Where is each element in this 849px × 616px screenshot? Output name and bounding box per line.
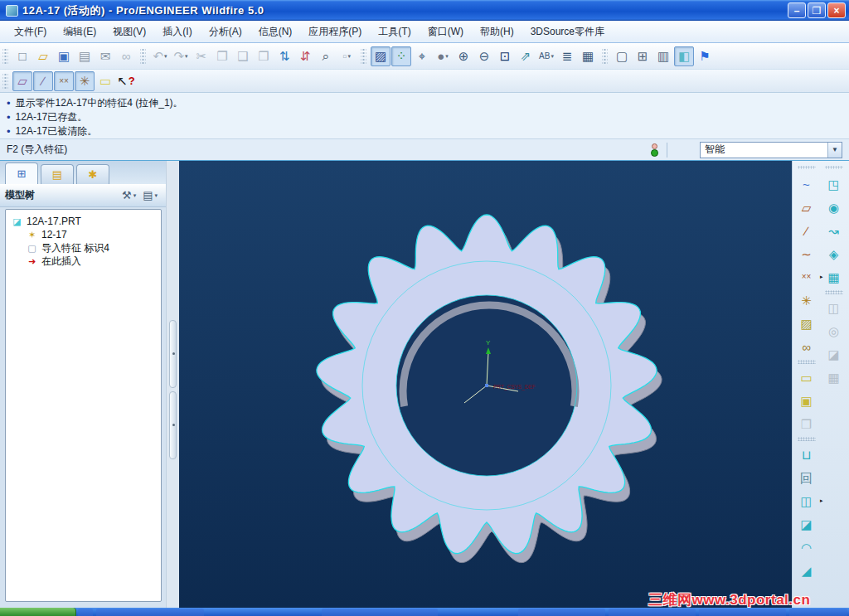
paste-button[interactable]: ❑ — [233, 46, 253, 66]
shaded-button[interactable]: ◧ — [674, 46, 694, 66]
orient-mode-button[interactable]: ⚑ — [695, 46, 715, 66]
toolbar-grip[interactable] — [2, 47, 8, 65]
tree-display-button[interactable]: ▤▾ — [139, 187, 161, 203]
select-box-button[interactable]: ▫▾ — [337, 46, 357, 66]
menu-edit[interactable]: 编辑(E) — [56, 22, 104, 42]
revolve-tool[interactable]: ◉ — [824, 197, 844, 217]
menu-info[interactable]: 信息(N) — [251, 22, 300, 42]
taskbar-button[interactable] — [699, 609, 786, 616]
sweep-tool[interactable]: ↝ — [824, 221, 844, 240]
selection-prefs-button[interactable]: ▨ — [371, 46, 391, 66]
boundary-blend-tool[interactable]: ▦ — [824, 267, 844, 287]
title-bar[interactable]: 12A-17 (活动的) - Pro/ENGINEER Wildfire 5.0… — [0, 0, 849, 21]
print-button[interactable]: ▤ — [75, 46, 95, 66]
tree-item-part[interactable]: ◪12A-17.PRT — [9, 215, 159, 228]
close-button[interactable]: × — [827, 2, 846, 18]
toolbar-grip[interactable] — [361, 47, 366, 65]
menu-window[interactable]: 窗口(W) — [420, 22, 471, 42]
minimize-button[interactable]: – — [788, 2, 806, 18]
sash-handle-upper[interactable] — [169, 320, 177, 388]
tree-tools-button[interactable]: ⚒▾ — [119, 187, 139, 203]
ref-annotation-tool[interactable]: ❒ — [797, 414, 817, 434]
datum-curve-tool[interactable]: ∼ — [797, 244, 817, 264]
tree-item-curve[interactable]: ✶12-17 — [9, 228, 159, 241]
tree-item-import-feature[interactable]: ▢导入特征 标识4 — [9, 241, 159, 255]
link-button[interactable]: ∞ — [116, 46, 136, 66]
chamfer-tool[interactable]: ◢ — [797, 560, 817, 580]
mail-button[interactable]: ✉ — [95, 46, 115, 66]
regenerate-manager-button[interactable]: ⇵ — [295, 46, 315, 66]
navigator-sash[interactable] — [166, 161, 179, 608]
redo-button[interactable]: ↷▾ — [171, 46, 191, 66]
wireframe-button[interactable]: ▢ — [612, 46, 632, 66]
zoom-out-button[interactable]: ⊖ — [474, 46, 494, 66]
menu-insert[interactable]: 插入(I) — [155, 22, 199, 42]
extrude-tool[interactable]: ◳ — [824, 174, 844, 194]
refit-button[interactable]: ⊡ — [495, 46, 515, 66]
csys-tool[interactable]: ✳ — [797, 290, 817, 310]
menu-tools[interactable]: 工具(T) — [371, 22, 418, 42]
3d-viewport[interactable]: YPRT_CSYS_DEF — [179, 161, 792, 608]
pattern-tool[interactable]: ▦ — [824, 367, 844, 387]
datum-plane-display-button[interactable]: ▱ — [12, 71, 32, 91]
context-help-button[interactable]: ↖? — [116, 71, 136, 91]
no-hidden-button[interactable]: ▥ — [653, 46, 673, 66]
taskbar-button[interactable] — [322, 609, 438, 616]
round-tool[interactable]: ◠ — [797, 537, 817, 557]
datum-axis-display-button[interactable]: ∕ — [33, 71, 53, 91]
drag-handles-button[interactable]: ⁘ — [391, 46, 411, 66]
annotation-display-button[interactable]: ▭ — [95, 71, 115, 91]
field-point-tool[interactable]: ▨ — [797, 313, 817, 333]
new-file-button[interactable]: □ — [12, 46, 32, 66]
toolbar-grip[interactable] — [140, 47, 146, 65]
paste-special-button[interactable]: ❒ — [254, 46, 274, 66]
chevron-down-icon[interactable]: ▼ — [827, 143, 842, 158]
find-button[interactable]: ⌕ — [316, 46, 336, 66]
point-display-button[interactable]: ×× — [54, 71, 74, 91]
taskbar-icon[interactable] — [78, 609, 93, 616]
datum-plane-tool[interactable]: ▱ — [797, 197, 817, 217]
merge-tool[interactable]: ◎ — [824, 321, 844, 341]
section-tool[interactable]: ◫▸ — [797, 491, 817, 511]
trim-tool[interactable]: ◪ — [824, 344, 844, 364]
tab-folder-browser[interactable]: ▤ — [41, 164, 74, 184]
spin-center-button[interactable]: ⌖ — [412, 46, 432, 66]
zoom-in-button[interactable]: ⊕ — [454, 46, 473, 66]
hole-tool[interactable]: ⊔ — [797, 444, 817, 464]
selection-filter-combo[interactable]: 智能 ▼ — [700, 142, 842, 158]
datum-point-tool[interactable]: ××▸ — [797, 267, 817, 287]
csys-display-button[interactable]: ✳ — [75, 71, 95, 91]
undo-button[interactable]: ↶▾ — [150, 46, 170, 66]
reorient-button[interactable]: ⇗ — [516, 46, 536, 66]
tab-model-tree[interactable]: ⊞ — [5, 162, 38, 184]
hidden-line-button[interactable]: ⊞ — [633, 46, 653, 66]
menu-file[interactable]: 文件(F) — [7, 22, 54, 42]
open-button[interactable]: ▱ — [33, 46, 53, 66]
menu-analysis[interactable]: 分析(A) — [201, 22, 250, 42]
taskbar-button[interactable] — [609, 609, 696, 616]
layers-button[interactable]: ≣ — [557, 46, 577, 66]
save-button[interactable]: ▣ — [54, 46, 74, 66]
note-tool[interactable]: ▭ — [797, 367, 817, 387]
tab-favorites[interactable]: ✱ — [76, 164, 109, 184]
cut-button[interactable]: ✂ — [192, 46, 211, 66]
copy-button[interactable]: ❐ — [212, 46, 232, 66]
toolbar-grip[interactable] — [602, 47, 608, 65]
draft-tool[interactable]: ◪ — [797, 514, 817, 534]
mirror-tool[interactable]: ◫ — [824, 298, 844, 318]
regenerate-button[interactable]: ⇅ — [274, 46, 294, 66]
chain-tool[interactable]: ∞ — [797, 337, 817, 357]
menu-view[interactable]: 视图(V) — [105, 22, 153, 42]
menu-3dsource[interactable]: 3DSource零件库 — [523, 22, 612, 42]
taskbar-button[interactable] — [518, 609, 605, 616]
start-button[interactable] — [0, 608, 76, 616]
taskbar-button[interactable] — [789, 609, 847, 616]
flyout-arrow-icon[interactable]: ▸ — [820, 497, 823, 504]
menu-help[interactable]: 帮助(H) — [473, 22, 522, 42]
view-manager-button[interactable]: ▦ — [578, 46, 598, 66]
sketch-tool[interactable]: ~ — [797, 174, 817, 194]
dimension-tool[interactable]: ▣ — [797, 390, 817, 410]
shell-tool[interactable]: 回 — [797, 468, 817, 487]
render-style-button[interactable]: ●▾ — [433, 46, 453, 66]
menu-applications[interactable]: 应用程序(P) — [301, 22, 369, 42]
